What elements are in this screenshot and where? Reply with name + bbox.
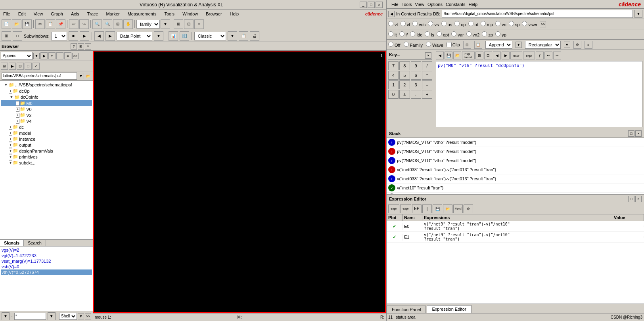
stack-close[interactable]: ×	[635, 130, 642, 137]
fit-button[interactable]: ⊞	[113, 19, 123, 29]
keypad-close[interactable]: ×	[425, 52, 431, 59]
browser-close[interactable]: ×	[85, 43, 91, 50]
family-select[interactable]: family	[136, 20, 160, 29]
radio-if-label[interactable]: if	[399, 31, 408, 37]
menu-tools[interactable]: Tools	[163, 11, 176, 17]
tb2-dropdown[interactable]: ▼	[154, 31, 163, 41]
results-arrow-btn[interactable]: ◀	[388, 11, 395, 17]
browser-detach[interactable]: ⊞	[78, 43, 84, 50]
expand-subckt[interactable]: +	[9, 160, 12, 165]
tree-item-m0[interactable]: + 📁 M0	[1, 100, 92, 106]
expr-pop-btn[interactable]: Popinsert	[462, 52, 475, 59]
kp-7[interactable]: 7	[388, 61, 399, 70]
mode-off[interactable]	[388, 42, 393, 47]
kp-div[interactable]: /	[422, 61, 432, 70]
radio-vswr[interactable]	[522, 21, 527, 26]
new-button[interactable]: 📄	[2, 19, 11, 29]
stack-item-2[interactable]: i pv("/NMOS_VTG" "vtho" ?result "model")	[387, 156, 644, 165]
tree-item-v2[interactable]: + 📁 V2	[1, 112, 92, 118]
expand-v4[interactable]: +	[16, 119, 19, 124]
radio-idc-label[interactable]: Idc	[410, 31, 422, 37]
expr-back-btn[interactable]: ◀	[436, 52, 444, 59]
radio-ot[interactable]	[468, 21, 473, 26]
close-button[interactable]: ×	[376, 2, 383, 8]
tb2-btn2[interactable]: □	[13, 31, 22, 41]
tree-item-output[interactable]: + 📁 output	[1, 142, 92, 148]
stack-item-6[interactable]: 🖼 v("/net013" ?result "tran")	[387, 193, 644, 194]
tb2-next[interactable]: ▶	[105, 31, 115, 41]
expr-fn-btn[interactable]: ƒ	[536, 52, 544, 59]
tb2-classic-drop[interactable]: ▼	[228, 31, 237, 41]
stack-item-5[interactable]: ✓ v("/net10" ?result "tran")	[387, 183, 644, 193]
radio-vswr-label[interactable]: vswr	[522, 21, 537, 27]
br-btn1[interactable]: ▶	[40, 52, 48, 59]
path-input[interactable]	[2, 73, 77, 80]
radio-opt[interactable]	[437, 31, 442, 36]
tb2-chart[interactable]: 📊	[169, 31, 178, 41]
expr-btn10[interactable]: expr	[523, 52, 535, 59]
append-mode-select[interactable]: Append	[485, 41, 512, 49]
filter-input[interactable]	[14, 313, 46, 320]
expr-btn9[interactable]: expr	[510, 52, 522, 59]
radio-mp[interactable]	[481, 21, 486, 26]
br2-btn4[interactable]: □	[25, 63, 32, 70]
expr-btn6[interactable]: ⊡	[484, 52, 492, 59]
expand-output[interactable]: +	[9, 143, 12, 147]
expr-btn8[interactable]: ▶	[502, 52, 510, 59]
kp-3[interactable]: 3	[411, 80, 421, 89]
expand-instance[interactable]: +	[9, 137, 12, 141]
radio-vf-label[interactable]: vf	[401, 21, 410, 27]
menu-file[interactable]: File	[2, 11, 12, 17]
expr-open-btn[interactable]: 📂	[453, 52, 461, 59]
kp-6[interactable]: 6	[411, 71, 421, 80]
menu-axis[interactable]: Axis	[69, 11, 81, 17]
radio-is[interactable]	[425, 31, 430, 36]
stack-maximize[interactable]: □	[628, 130, 634, 137]
menu-trace[interactable]: Trace	[86, 11, 100, 17]
br2-btn1[interactable]: ⊞	[1, 63, 8, 70]
signal-vsb[interactable]: vsb(V)=0	[1, 264, 92, 269]
kp-8[interactable]: 8	[399, 61, 410, 70]
ee-btn4[interactable]: |	[422, 204, 432, 213]
tree-item-v4[interactable]: + 📁 V4	[1, 118, 92, 124]
radio-vt-label[interactable]: vt	[388, 21, 398, 27]
filter-dropdown-btn[interactable]: ▼	[48, 312, 56, 320]
signal-vsat[interactable]: vsat_marg(V)=1.1773132	[1, 258, 92, 264]
shell-expand[interactable]: >>	[85, 313, 91, 319]
radio-vn-label[interactable]: vn	[495, 21, 506, 27]
menu-view[interactable]: View	[32, 11, 45, 17]
radio-mp-label[interactable]: mp	[481, 21, 493, 27]
mode-wave-label[interactable]: Wave	[426, 42, 443, 48]
radio-op-label[interactable]: op	[454, 21, 466, 27]
radio-var-label[interactable]: var	[451, 31, 464, 37]
menu-graph[interactable]: Graph	[49, 11, 65, 17]
shell-dropdown[interactable]: ▼	[78, 313, 84, 319]
et-plot-1[interactable]: ✓	[387, 234, 402, 241]
ee-ep-btn[interactable]: EP	[412, 204, 422, 213]
tree-item-designparam[interactable]: + 📁 designParamVals	[1, 148, 92, 154]
shell-select[interactable]: Shell	[59, 313, 77, 320]
paste-button[interactable]: 📌	[56, 19, 65, 29]
kp-dot[interactable]: .	[411, 90, 421, 99]
kp-5[interactable]: 5	[399, 71, 410, 80]
tree-item-primitives[interactable]: + 📁 primitives	[1, 154, 92, 160]
expand-dcop[interactable]: +	[9, 89, 12, 94]
tab-expression-editor[interactable]: Expression Editor	[427, 305, 471, 313]
radio-if[interactable]	[399, 31, 404, 36]
radio-vdc-label[interactable]: vdc	[412, 21, 426, 27]
kp-0[interactable]: 0	[388, 90, 399, 99]
ee-eval-btn[interactable]: Eval	[453, 204, 463, 213]
expression-text-input[interactable]	[436, 61, 642, 127]
expand-root[interactable]: ▼	[3, 82, 9, 88]
radio-ot-label[interactable]: ot	[468, 21, 478, 27]
window-tab[interactable]: Window 3 ×	[95, 42, 125, 42]
kp-4[interactable]: 4	[388, 71, 399, 80]
mode-wave[interactable]	[426, 42, 431, 47]
expand-dc[interactable]: +	[9, 125, 12, 130]
ee-save-btn[interactable]: 💾	[433, 204, 442, 213]
et-row-0[interactable]: ✓ E0 v("/net9" ?result "tran")-v("/net10…	[387, 221, 644, 232]
tb2-copy-win[interactable]: 📋	[239, 31, 248, 41]
stack-item-4[interactable]: i v("/net038" ?result "tran")-v("/net013…	[387, 174, 644, 183]
path-folder[interactable]: 📂	[85, 73, 91, 79]
br2-btn2[interactable]: ▶	[9, 63, 16, 70]
